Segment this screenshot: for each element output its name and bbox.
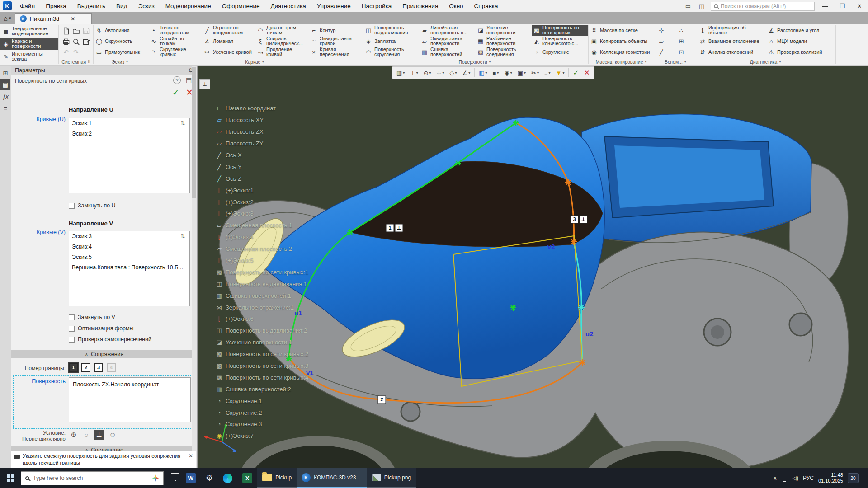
toolset-tab[interactable]: ◼ Твердотельное моделирование [0, 25, 58, 38]
toolset-tab[interactable]: ✎ Инструменты эскиза [0, 50, 58, 63]
ribbon-tool-button[interactable]: ▱ Эквидистанта поверхности [420, 36, 476, 47]
tree-item[interactable]: ∟ Начало координат [216, 103, 308, 114]
document-tab[interactable]: K Пикап.m3d ✕ [15, 13, 92, 24]
ribbon-tool-button[interactable]: ◠ Дуга по трем точкам [255, 25, 309, 36]
save-icon[interactable] [81, 25, 91, 36]
settings-button[interactable]: ⚙ [201, 468, 218, 488]
tree-item[interactable]: ◪ Усечение поверхности:1 [216, 337, 308, 348]
volume-icon[interactable]: ◁) [793, 475, 798, 481]
ribbon-tool-button[interactable]: ⚠ Проверка коллизий [766, 47, 835, 57]
tab-close-icon[interactable]: ✕ [71, 16, 75, 22]
tree-item[interactable]: ⌊ (+)Эскиз:1 [216, 184, 308, 196]
show-desktop-button[interactable] [863, 468, 865, 488]
confirm-operation-button[interactable]: ✓ [172, 87, 179, 98]
image-window-button[interactable]: Pickup.png [367, 468, 416, 488]
undo-icon[interactable]: ↶ [61, 47, 71, 58]
restore-button[interactable]: ❐ [834, 0, 851, 12]
ribbon-tool-button[interactable]: ⊞ [676, 36, 696, 47]
close-button[interactable]: ✕ [851, 0, 868, 12]
taskbar-search-input[interactable]: Type here to search [21, 471, 164, 485]
scrollbar-thumb[interactable] [192, 67, 196, 198]
ribbon-tool-button[interactable]: ▣ Копировать объекты [589, 36, 655, 47]
ribbon-tool-button[interactable]: ξ Спираль цилиндрическ... [255, 36, 309, 47]
ribbon-tool-button[interactable]: ▧ Поверхность соединения [476, 47, 532, 57]
menu-item[interactable]: Файл [15, 1, 39, 11]
menu-item[interactable]: Окно [444, 1, 467, 11]
ribbon-tool-button[interactable]: • Точка по координатам [149, 25, 202, 36]
ribbon-group-label[interactable]: Вспом...▾ [656, 58, 696, 65]
tree-item[interactable]: ▩ Поверхность по сети кривых:2 [216, 348, 308, 360]
ribbon-tool-button[interactable]: ◠ Поверхность скругления [363, 47, 420, 57]
menu-item[interactable]: Диагностика [266, 1, 310, 11]
ribbon-group-label[interactable]: Системная⠿ [59, 58, 93, 65]
ribbon-tool-button[interactable]: ▩ Поверхность по сети кривых [532, 25, 588, 36]
viewport-tool-button[interactable]: ⊙ ▾ [421, 67, 434, 78]
tree-item[interactable]: ╱ Ось X [216, 150, 308, 161]
minimize-button[interactable]: — [816, 0, 834, 12]
tree-item[interactable]: ▥ Сшивка поверхностей:2 [216, 383, 308, 395]
tree-item[interactable]: ◔ Скругление:2 [216, 407, 308, 418]
boundary-1-button[interactable]: 1 [69, 363, 78, 372]
save-as-icon[interactable] [81, 36, 91, 47]
reorder-icon[interactable]: ⇅ [180, 233, 185, 239]
ribbon-group-label[interactable]: Массив, копирование▾ [589, 58, 655, 65]
ribbon-tool-button[interactable]: ◝ Скругление кривых [149, 47, 202, 57]
ribbon-tool-button[interactable]: ◯ Окружность [94, 36, 147, 47]
word-button[interactable]: W [181, 468, 201, 488]
close-v-checkbox[interactable]: Замкнуть по V [69, 314, 115, 320]
viewport-tool-button[interactable]: ◇ ▾ [447, 67, 460, 78]
self-intersection-checkbox[interactable]: Проверка самопересечений [69, 336, 151, 343]
redo-icon[interactable]: ↷ [71, 47, 81, 58]
ribbon-tool-button[interactable]: × Кривая пересечения [309, 47, 362, 57]
ribbon-tool-button[interactable]: ∠ Ломаная [202, 36, 255, 47]
tree-item[interactable]: ⌊ (+)Эскиз:2 [216, 196, 308, 208]
tree-item[interactable]: ◔ Скругление:3 [216, 418, 308, 430]
tree-item[interactable]: ▱ Смещенная плоскость:2 [216, 243, 308, 255]
hamburger-icon[interactable]: ≡ [0, 103, 10, 113]
curve-list-item[interactable]: Эскиз:5 [69, 252, 189, 263]
surface-link[interactable]: Поверхность [11, 378, 66, 385]
tree-item[interactable]: ◫ Поверхность выдавливания:1 [216, 278, 308, 290]
start-button[interactable] [0, 468, 21, 488]
menu-item[interactable]: Оформление [217, 1, 264, 11]
viewport-tool-button[interactable]: ▼ ▾ [553, 67, 567, 78]
tree-item[interactable]: ⌊ (+)Эскиз:5 [216, 255, 308, 267]
model-tree-icon[interactable]: ⊞ [0, 67, 10, 78]
tree-item[interactable]: ▥ Сшивка поверхностей:1 [216, 290, 308, 301]
menu-item[interactable]: Настройка [357, 1, 396, 11]
panel-scrollbar[interactable] [192, 66, 197, 468]
tree-item[interactable]: ▱ Смещенная плоскость:1 [216, 220, 308, 231]
fx-variables-icon[interactable]: ƒx [0, 91, 10, 102]
ribbon-tool-button[interactable]: ⠿ Массив по сетке [589, 25, 655, 36]
ribbon-tool-button[interactable]: ◔ Скругление [532, 47, 588, 57]
ribbon-tool-button[interactable]: ⌂ МЦХ модели [766, 36, 835, 47]
curves-v-link[interactable]: Кривые (V) [11, 229, 66, 235]
ribbon-tool-button[interactable]: ⌐ Контур [309, 25, 362, 36]
viewport-tool-button[interactable]: ⊥ ▾ [407, 67, 420, 78]
menu-item[interactable]: Приложения [398, 1, 443, 11]
viewport-tool-button[interactable]: ▣ ▾ [515, 67, 528, 78]
task-view-button[interactable] [164, 468, 181, 488]
help-icon[interactable]: ? [173, 76, 181, 84]
viewport-tool-button[interactable]: ■ ▾ [490, 67, 502, 78]
ribbon-tool-button[interactable]: ◫ Поверхность выдавливания [363, 25, 420, 36]
curves-u-link[interactable]: Кривые (U) [11, 116, 66, 122]
ribbon-tool-button[interactable]: ℹ Информация об объекте [698, 25, 766, 36]
tree-item[interactable]: ◔ Скругление:1 [216, 395, 308, 407]
close-u-checkbox[interactable]: Замкнуть по U [69, 202, 116, 209]
options-list-icon[interactable]: ▤ [186, 76, 192, 84]
boundary-2-button[interactable]: 2 [81, 363, 90, 372]
curve-list-item[interactable]: Эскиз:1 [69, 118, 189, 129]
open-document-icon[interactable] [71, 25, 81, 36]
tree-item[interactable]: ⌊ (+)Эскиз:4 [216, 231, 308, 243]
viewport-confirm-icon[interactable]: ✓ [570, 67, 581, 78]
curves-v-list[interactable]: Эскиз:3Эскиз:4Эскиз:5Вершина.Копия тела … [69, 231, 190, 306]
ribbon-tool-button[interactable]: ╱ [656, 47, 676, 57]
tree-item[interactable]: ▱ Плоскость ZX [216, 126, 308, 138]
ribbon-tool-button[interactable]: ▱ [656, 36, 676, 47]
ribbon-tool-button[interactable]: ▦ Разбиение поверхности [476, 36, 532, 47]
viewport-cancel-icon[interactable]: ✕ [581, 67, 593, 78]
network-icon[interactable] [782, 476, 788, 480]
ribbon-tool-button[interactable]: ╱ Отрезок по координатам [202, 25, 255, 36]
parameters-panel-icon[interactable]: ▤ [0, 79, 10, 90]
